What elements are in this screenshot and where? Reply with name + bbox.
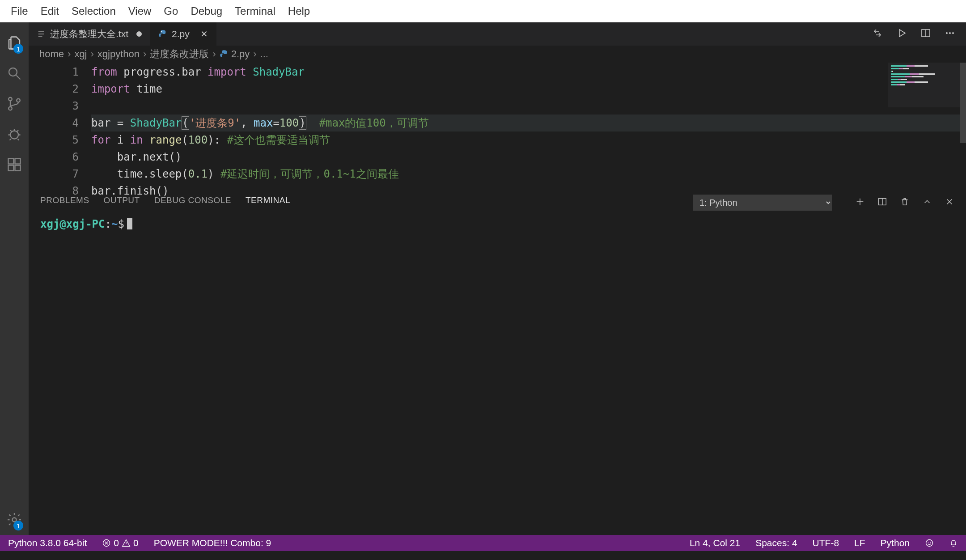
activity-debug[interactable] — [4, 119, 25, 149]
breadcrumb-part[interactable]: home — [39, 48, 64, 60]
breadcrumb-part[interactable]: xgjpython — [97, 48, 140, 60]
bell-icon — [949, 539, 958, 547]
compare-changes-button[interactable] — [872, 28, 883, 40]
svg-rect-9 — [15, 159, 21, 164]
menu-selection[interactable]: Selection — [65, 5, 122, 17]
status-problems[interactable]: 0 0 — [100, 538, 140, 548]
svg-point-14 — [946, 32, 948, 34]
terminal-cursor — [127, 218, 132, 229]
svg-point-2 — [8, 98, 12, 101]
svg-point-23 — [930, 542, 931, 543]
svg-point-4 — [17, 99, 20, 102]
explorer-badge: 1 — [13, 44, 23, 54]
activity-extensions[interactable] — [4, 149, 25, 180]
menu-edit[interactable]: Edit — [34, 5, 65, 17]
search-icon — [6, 65, 22, 81]
menu-bar: File Edit Selection View Go Debug Termin… — [0, 0, 966, 22]
tab-file-py[interactable]: 2.py ✕ — [150, 22, 216, 46]
status-indentation[interactable]: Spaces: 4 — [754, 538, 799, 548]
tab-label: 进度条整理大全.txt — [50, 28, 128, 40]
line-number-gutter: 12345678 — [29, 63, 91, 191]
breadcrumb-part[interactable]: ... — [260, 48, 268, 60]
activity-bar: 1 1 — [0, 22, 29, 535]
error-icon — [102, 539, 111, 547]
status-python-interpreter[interactable]: Python 3.8.0 64-bit — [6, 538, 89, 548]
svg-point-3 — [8, 107, 12, 110]
status-feedback[interactable] — [923, 539, 936, 547]
svg-point-22 — [928, 542, 929, 543]
svg-rect-6 — [8, 159, 14, 164]
tab-file-txt[interactable]: 进度条整理大全.txt — [29, 22, 150, 46]
close-icon[interactable]: ✕ — [200, 29, 208, 39]
bottom-panel: PROBLEMS OUTPUT DEBUG CONSOLE TERMINAL 1… — [29, 191, 966, 535]
menu-help[interactable]: Help — [282, 5, 316, 17]
status-language[interactable]: Python — [879, 538, 911, 548]
run-file-button[interactable] — [896, 28, 907, 40]
activity-explorer[interactable]: 1 — [4, 28, 25, 58]
svg-point-0 — [9, 68, 17, 76]
split-editor-button[interactable] — [920, 28, 931, 40]
play-icon — [896, 28, 907, 38]
svg-point-11 — [161, 31, 162, 32]
status-eol[interactable]: LF — [852, 538, 867, 548]
minimap[interactable] — [888, 63, 960, 107]
svg-line-1 — [17, 76, 21, 80]
code-editor[interactable]: 12345678 from progress.bar import ShadyB… — [29, 63, 966, 191]
smiley-icon — [925, 539, 934, 547]
extensions-icon — [6, 157, 22, 173]
python-file-icon — [158, 30, 167, 38]
code-content[interactable]: from progress.bar import ShadyBarimport … — [91, 63, 966, 191]
text-file-icon — [37, 30, 46, 38]
ellipsis-icon — [945, 28, 955, 38]
status-power-mode[interactable]: POWER MODE!!! Combo: 9 — [152, 538, 273, 548]
svg-point-16 — [952, 32, 954, 34]
menu-file[interactable]: File — [4, 5, 34, 17]
python-file-icon — [220, 50, 229, 59]
activity-search[interactable] — [4, 58, 25, 89]
breadcrumb[interactable]: home› xgj› xgjpython› 进度条改进版› 2.py › ... — [29, 46, 966, 63]
status-bar: Python 3.8.0 64-bit 0 0 POWER MODE!!! Co… — [0, 535, 966, 551]
compare-icon — [872, 28, 883, 38]
terminal-user: xgj@xgj-PC — [40, 218, 105, 230]
bug-icon — [6, 126, 22, 142]
breadcrumb-part[interactable]: 进度条改进版 — [150, 47, 209, 61]
breadcrumb-part[interactable]: xgj — [74, 48, 87, 60]
editor-tabs: 进度条整理大全.txt 2.py ✕ — [29, 22, 966, 46]
terminal-path: ~ — [111, 218, 118, 230]
svg-point-21 — [926, 540, 933, 547]
breadcrumb-part[interactable]: 2.py — [220, 48, 250, 60]
activity-settings[interactable]: 1 — [4, 505, 25, 535]
status-encoding[interactable]: UTF-8 — [811, 538, 841, 548]
status-notifications[interactable] — [947, 539, 960, 547]
dirty-indicator-icon — [136, 31, 142, 37]
svg-rect-8 — [15, 165, 21, 171]
menu-go[interactable]: Go — [157, 5, 184, 17]
menu-terminal[interactable]: Terminal — [229, 5, 282, 17]
svg-point-15 — [949, 32, 951, 34]
activity-source-control[interactable] — [4, 89, 25, 119]
more-actions-button[interactable] — [945, 28, 955, 40]
tab-label: 2.py — [172, 29, 190, 39]
status-cursor-position[interactable]: Ln 4, Col 21 — [688, 538, 742, 548]
settings-badge: 1 — [13, 521, 23, 530]
warning-icon — [122, 539, 131, 547]
git-branch-icon — [6, 96, 22, 112]
menu-debug[interactable]: Debug — [184, 5, 229, 17]
svg-point-5 — [10, 131, 18, 139]
svg-rect-7 — [8, 165, 14, 171]
terminal-content[interactable]: xgj@xgj-PC:~$ — [29, 213, 966, 535]
menu-view[interactable]: View — [122, 5, 158, 17]
split-icon — [920, 28, 931, 38]
editor-scrollbar[interactable] — [960, 63, 966, 191]
